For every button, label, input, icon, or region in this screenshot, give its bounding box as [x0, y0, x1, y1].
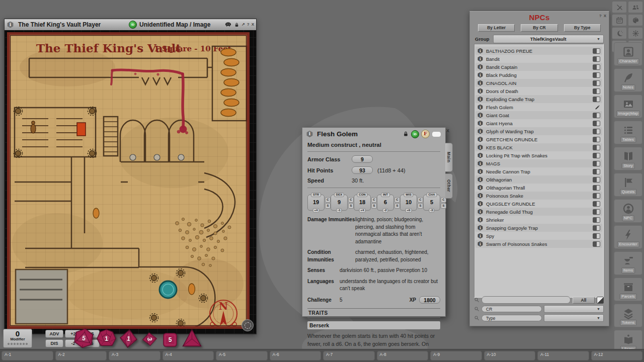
hp-value[interactable]: 93	[352, 166, 373, 174]
info-icon[interactable]: i	[477, 193, 483, 199]
popout-icon[interactable]: ↗	[242, 23, 245, 27]
advantage-button[interactable]: ADV	[45, 330, 63, 338]
map-figure-token[interactable]	[31, 121, 36, 133]
info-icon[interactable]: i	[477, 80, 483, 86]
ability-score-box[interactable]: DEX 9 -1	[331, 195, 348, 211]
help-icon[interactable]: ?	[247, 23, 250, 27]
sidebar-button[interactable]: Story	[614, 147, 642, 170]
id-toggle-icon[interactable]	[593, 113, 600, 118]
save-roll-button[interactable]: S	[348, 203, 354, 209]
id-toggle-icon[interactable]	[593, 48, 600, 54]
id-badge-icon[interactable]: ID	[411, 130, 419, 138]
sidebar-button[interactable]: Tokens	[614, 304, 642, 327]
ability-score[interactable]: 6	[377, 195, 393, 210]
info-icon[interactable]: i	[477, 121, 483, 126]
type-filter-select[interactable]: ▼	[544, 314, 604, 322]
npc-list-item[interactable]: i Giant Goat	[475, 111, 602, 119]
ability-score-box[interactable]: CON 18 +4	[354, 195, 371, 211]
id-toggle-icon[interactable]	[593, 145, 600, 150]
npc-list-item[interactable]: i Spy	[475, 232, 602, 240]
hotbar-slot[interactable]: A-7	[323, 351, 375, 360]
info-icon[interactable]: i	[477, 72, 483, 78]
npc-list-item[interactable]: i KES BLACK	[475, 143, 602, 151]
edit-unlocked-icon[interactable]	[595, 105, 600, 110]
die[interactable]: 5	[161, 331, 179, 348]
info-icon[interactable]: i	[477, 64, 483, 70]
id-toggle-icon[interactable]	[593, 241, 600, 247]
check-roll-button[interactable]: C	[418, 197, 423, 203]
player-preview-icon[interactable]	[224, 21, 232, 29]
info-icon[interactable]: i	[477, 113, 483, 118]
id-toggle-icon[interactable]	[593, 129, 600, 134]
npc-list-item[interactable]: i Poisonous Snake	[475, 192, 602, 200]
die[interactable]: 3	[141, 331, 158, 348]
npcs-titlebar[interactable]: NPCs ? X	[470, 12, 609, 23]
id-toggle-icon[interactable]	[593, 225, 600, 231]
info-icon[interactable]: i	[477, 201, 483, 207]
npc-list-item[interactable]: i Flesh Golem	[475, 103, 602, 111]
npc-list-item[interactable]: i Renegade Guild Thug	[475, 208, 602, 216]
npc-list-item[interactable]: i Glyph of Warding Trap	[475, 127, 602, 135]
info-icon[interactable]: i	[477, 105, 483, 110]
die[interactable]	[182, 328, 202, 348]
npc-list-item[interactable]: i Needle Cannon Trap	[475, 167, 602, 175]
id-toggle-icon[interactable]	[593, 193, 600, 199]
die[interactable]: 5	[72, 326, 96, 350]
check-roll-button[interactable]: C	[371, 197, 377, 203]
id-toggle-icon[interactable]	[593, 64, 600, 70]
save-roll-button[interactable]: S	[394, 203, 400, 209]
ability-score[interactable]: 9	[331, 195, 347, 210]
hotbar-slot[interactable]: A-3	[109, 351, 160, 360]
dungeon-map-image[interactable]: The Thief King's Vault 1 Square - 10 Fee…	[7, 32, 250, 329]
id-toggle-icon[interactable]	[593, 88, 600, 94]
id-toggle-icon[interactable]	[593, 56, 600, 62]
info-icon[interactable]: i	[306, 131, 313, 137]
sidebar-button[interactable]: Items	[614, 251, 642, 275]
disadvantage-button[interactable]: DIS	[45, 339, 63, 347]
check-roll-button[interactable]: C	[325, 197, 331, 203]
hotbar-slot[interactable]: A-9	[430, 351, 482, 360]
all-filter-button[interactable]: All	[573, 297, 595, 304]
check-roll-button[interactable]: C	[348, 197, 354, 203]
ability-score-box[interactable]: STR 19 +4	[307, 195, 325, 211]
hotbar-slot[interactable]: A-5	[216, 351, 268, 360]
npc-list-item[interactable]: i GRETCHEN GRUNDLE	[475, 135, 602, 143]
map-focus-button[interactable]	[242, 319, 254, 331]
token-letter-icon[interactable]: F	[421, 130, 430, 138]
npc-list-item[interactable]: i MAGS	[475, 159, 602, 167]
id-toggle-icon[interactable]	[593, 97, 600, 102]
statblock-titlebar[interactable]: i Flesh Golem ID F	[302, 128, 445, 140]
info-icon[interactable]: i	[477, 209, 483, 215]
tab-other[interactable]: Other	[445, 173, 453, 199]
map-statue-token[interactable]	[189, 284, 195, 295]
sort-tab[interactable]: By Type	[564, 24, 601, 32]
info-icon[interactable]: i	[7, 22, 14, 28]
id-toggle-icon[interactable]	[593, 161, 600, 166]
map-shield-token[interactable]	[93, 208, 99, 218]
id-toggle-icon[interactable]	[593, 169, 600, 174]
npc-list-item[interactable]: i Swarm of Poisonous Snakes	[475, 240, 602, 248]
save-roll-button[interactable]: S	[418, 203, 423, 209]
info-icon[interactable]: i	[477, 137, 483, 142]
id-toggle-icon[interactable]	[593, 201, 600, 207]
sidebar-button[interactable]: Image|Map	[614, 95, 642, 118]
sidebar-button[interactable]: Quests	[614, 173, 642, 197]
hotbar-slot[interactable]: A-10	[484, 351, 536, 360]
npc-list-item[interactable]: i Bandit Captain	[475, 63, 602, 71]
info-icon[interactable]: i	[477, 129, 483, 134]
ability-score-box[interactable]: WIS 10 +0	[400, 195, 417, 211]
ability-score[interactable]: 10	[400, 195, 417, 210]
id-toggle-icon[interactable]	[593, 121, 600, 126]
id-toggle-icon[interactable]	[593, 233, 600, 239]
ability-score[interactable]: 5	[424, 195, 440, 210]
die[interactable]: 1	[118, 328, 139, 349]
hotbar-slot[interactable]: A-12	[591, 351, 643, 360]
id-toggle-icon[interactable]	[593, 217, 600, 223]
npc-list-item[interactable]: i Giant Hyena	[475, 119, 602, 127]
tool-button[interactable]	[628, 14, 643, 26]
npc-list-item[interactable]: i Locking Pit Trap with Snakes	[475, 151, 602, 159]
info-icon[interactable]: i	[477, 48, 483, 54]
map-canvas[interactable]: The Thief King's Vault 1 Square - 10 Fee…	[5, 30, 256, 334]
info-icon[interactable]: i	[477, 153, 483, 158]
id-toggle-icon[interactable]	[593, 177, 600, 183]
